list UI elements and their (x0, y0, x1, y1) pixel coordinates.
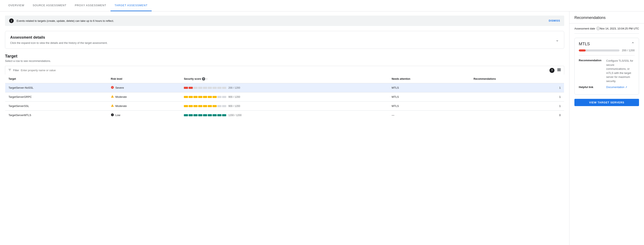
risk-icon: ! (111, 104, 114, 108)
mtls-recommendation-value: Configure TLS/SSL for secure communicati… (606, 59, 635, 83)
mtls-recommendation-row: Recommendation Configure TLS/SSL for sec… (579, 59, 635, 83)
cell-risk-level: ! Severe (108, 83, 180, 92)
dismiss-button[interactable]: DISMISS (549, 19, 560, 22)
mtls-score-text: 200 / 1200 (622, 49, 635, 52)
cell-attention: MTLS (388, 92, 470, 102)
cell-recommendations: 1 (470, 92, 564, 102)
svg-rect-4 (558, 68, 560, 71)
mtls-helpful-link-label: Helpful link (579, 86, 604, 89)
score-help-icon[interactable]: ? (202, 77, 205, 81)
content-area: i Events related to targets (create, upd… (0, 11, 569, 245)
alert-banner: i Events related to targets (create, upd… (5, 15, 564, 26)
filter-label: Filter (13, 69, 19, 72)
documentation-link[interactable]: Documentation ↗ (606, 86, 627, 89)
cell-target-name: TargetServerGRPC (5, 92, 108, 102)
assessment-details-header[interactable]: Assessment details Click the expand icon… (10, 35, 559, 44)
filter-icon (8, 68, 12, 72)
columns-icon[interactable] (557, 68, 561, 73)
tab-proxy-assessment[interactable]: PROXY ASSESSMENT (71, 0, 110, 11)
cell-attention: MTLS (388, 102, 470, 111)
cell-attention: — (388, 111, 470, 120)
cell-target-name: TargetServerSSL (5, 102, 108, 111)
mtls-title: MTLS (579, 41, 590, 46)
cell-risk-level: ! Moderate (108, 102, 180, 111)
table-row[interactable]: TargetServerSSL ! Moderate 900 / 1200 MT… (5, 102, 564, 111)
col-header-risk: Risk level (108, 75, 180, 83)
view-target-servers-button[interactable]: VIEW TARGET SERVERS (574, 99, 639, 106)
chevron-down-icon[interactable]: ⌄ (556, 37, 559, 42)
target-section-subtitle: Select a row to see recommendations. (5, 59, 564, 62)
col-header-score: Security score ? ↑ (180, 75, 388, 83)
mtls-header: MTLS ⌃ (579, 41, 635, 46)
tab-overview[interactable]: OVERVIEW (4, 0, 28, 11)
cell-score: 900 / 1200 (180, 92, 388, 102)
score-sort-icon[interactable]: ↑ (206, 77, 208, 81)
tab-target-assessment[interactable]: TARGET ASSESSMENT (110, 0, 152, 11)
cell-attention: MTLS (388, 83, 470, 92)
svg-text:i: i (112, 114, 113, 116)
external-link-icon: ↗ (625, 86, 627, 89)
assessment-date-value: Nov 14, 2023, 10:04:25 PM UTC (600, 27, 639, 30)
assessment-date-label: Assessment date i (574, 27, 600, 30)
svg-text:!: ! (112, 105, 112, 107)
svg-text:!: ! (112, 86, 113, 88)
mtls-card: MTLS ⌃ 200 / 1200 Recommendation Configu… (574, 38, 639, 95)
assessment-details-card: Assessment details Click the expand icon… (5, 31, 564, 49)
table-header-row: Target Risk level Security score ? ↑ Nee… (5, 75, 564, 83)
target-section: Target Select a row to see recommendatio… (5, 54, 564, 120)
filter-input[interactable] (21, 69, 548, 72)
sidebar-title: Recommendations (574, 15, 639, 20)
risk-icon: ! (111, 86, 114, 90)
sidebar: Recommendations Assessment date i Nov 14… (569, 11, 644, 245)
tab-source-assessment[interactable]: SOURCE ASSESSMENT (28, 0, 71, 11)
alert-message: Events related to targets (create, updat… (16, 19, 546, 22)
cell-target-name: TargetServerMTLS (5, 111, 108, 120)
mtls-bar-fill (579, 49, 586, 51)
col-header-recommendations: Recommendations (470, 75, 564, 83)
sidebar-divider (570, 23, 644, 23)
risk-icon: i (111, 113, 114, 117)
cell-risk-level: ! Moderate (108, 92, 180, 102)
filter-row: Filter ? (5, 66, 564, 74)
assessment-details-subtitle: Click the expand icon to view the detail… (10, 41, 108, 44)
top-nav: OVERVIEW SOURCE ASSESSMENT PROXY ASSESSM… (0, 0, 644, 11)
cell-score: 900 / 1200 (180, 102, 388, 111)
mtls-link-row: Helpful link Documentation ↗ (579, 86, 635, 89)
mtls-score-bar (579, 49, 620, 51)
cell-recommendations: 1 (470, 83, 564, 92)
table-row[interactable]: TargetServerMTLS i Low 1200 / 1200 — 0 (5, 111, 564, 120)
info-icon: i (9, 18, 14, 23)
table-row[interactable]: TargetServerGRPC ! Moderate 900 / 1200 M… (5, 92, 564, 102)
assessment-date-row: Assessment date i Nov 14, 2023, 10:04:25… (574, 27, 639, 34)
svg-text:!: ! (112, 96, 112, 98)
target-section-title: Target (5, 54, 564, 58)
app-container: OVERVIEW SOURCE ASSESSMENT PROXY ASSESSM… (0, 0, 644, 245)
filter-right-icons: ? (550, 68, 561, 73)
mtls-recommendation-label: Recommendation (579, 59, 604, 83)
cell-target-name: TargetServer-NoSSL (5, 83, 108, 92)
svg-rect-3 (558, 68, 558, 71)
cell-recommendations: 0 (470, 111, 564, 120)
cell-risk-level: i Low (108, 111, 180, 120)
cell-recommendations: 1 (470, 102, 564, 111)
help-icon[interactable]: ? (550, 68, 554, 73)
cell-score: 200 / 1200 (180, 83, 388, 92)
svg-rect-5 (560, 68, 560, 71)
mtls-score-row: 200 / 1200 (579, 49, 635, 55)
main-layout: i Events related to targets (create, upd… (0, 11, 644, 245)
col-header-attention: Needs attention (388, 75, 470, 83)
cell-score: 1200 / 1200 (180, 111, 388, 120)
assessment-details-title: Assessment details (10, 35, 108, 40)
mtls-chevron-up-icon[interactable]: ⌃ (631, 41, 635, 46)
col-header-target: Target (5, 75, 108, 83)
table-row[interactable]: TargetServer-NoSSL ! Severe 200 / 1200 M… (5, 83, 564, 92)
date-info-icon[interactable]: i (596, 27, 600, 30)
target-table: Target Risk level Security score ? ↑ Nee… (5, 74, 564, 120)
risk-icon: ! (111, 95, 114, 99)
